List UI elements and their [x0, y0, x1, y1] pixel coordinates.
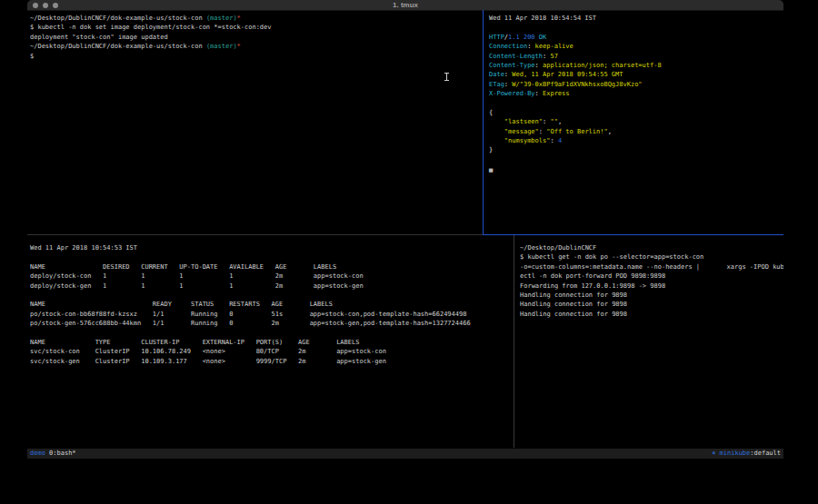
terminal-line: } [489, 145, 783, 154]
text-segment: , [558, 118, 562, 125]
status-left-window-tab[interactable]: demo 0:bash* [30, 449, 76, 459]
text-segment: X-Powered-By [489, 90, 535, 97]
text-segment: $ kubectl -n dok set image deployment/st… [30, 24, 272, 31]
terminal-line: Handling connection for 9898 [520, 291, 783, 300]
terminal-line: ▄ [489, 164, 783, 173]
terminal-line: Content-Type: application/json; charset=… [489, 61, 783, 70]
text-segment: "message" [504, 128, 539, 135]
text-segment: Handling connection for 9898 [520, 301, 627, 308]
terminal-line: NAME DESIRED CURRENT UP-TO-DATE AVAILABL… [30, 262, 514, 272]
text-segment: W/"39-0xBPf9aF1dXVNkhsxoBQgJ8vKzo" [508, 81, 643, 88]
text-segment: Wed, 11 Apr 2018 09:54:55 GMT [508, 71, 623, 78]
text-segment: ~/Desktop/DublinCNCF/dok-example-us/stoc… [30, 15, 206, 22]
terminal-line: Forwarding from 127.0.0.1:9898 -> 9898 [520, 282, 783, 291]
terminal-line: ~/Desktop/DublinCNCF/dok-example-us/stoc… [30, 42, 483, 51]
terminal-line: $ [30, 52, 483, 61]
text-segment: -o=custom-columns=:metadata.name --no-he… [520, 263, 783, 271]
terminal-line: deployment "stock-con" image updated [30, 33, 483, 42]
text-segment: application/json; charset=utf-8 [539, 62, 662, 69]
text-segment: NAME TYPE CLUSTER-IP EXTERNAL-IP PORT(S)… [30, 339, 359, 346]
text-segment [489, 128, 504, 135]
text-segment: Date [489, 71, 504, 78]
text-segment: Content-Type [489, 62, 535, 69]
terminal-line [30, 252, 514, 262]
text-segment: "" [550, 118, 557, 125]
text-segment: deployment "stock-con" image updated [30, 34, 168, 41]
tmux-pane-bottom-right[interactable]: ~/Desktop/DublinCNCF$ kubectl get -n dok… [514, 235, 783, 448]
text-segment: Connection [489, 43, 527, 50]
terminal-line: "lastseen": "", [489, 117, 783, 126]
text-segment: Wed 11 Apr 2018 10:54:54 IST [489, 15, 596, 22]
terminal-line: NAME TYPE CLUSTER-IP EXTERNAL-IP PORT(S)… [30, 338, 514, 347]
text-segment: Content-Length [489, 53, 543, 60]
terminal-line: { [489, 108, 783, 117]
terminal-line: NAME READY STATUS RESTARTS AGE LABELS [30, 300, 514, 309]
window-titlebar[interactable]: 1. tmux [27, 0, 783, 11]
tmux-pane-top-right[interactable]: Wed 11 Apr 2018 10:54:54 IST HTTP/1.1 20… [484, 11, 783, 234]
text-segment: , [608, 128, 612, 135]
text-segment: "Off to Berlin!" [546, 128, 607, 135]
text-segment [489, 137, 504, 144]
text-segment: 57 [546, 53, 558, 60]
terminal-line: "message": "Off to Berlin!", [489, 127, 783, 136]
text-segment: keep-alive [531, 43, 573, 50]
terminal-line: Wed 11 Apr 2018 10:54:54 IST [489, 14, 783, 23]
text-segment: Handling connection for 9898 [520, 292, 627, 299]
text-segment: } [489, 146, 493, 153]
terminal-line: Date: Wed, 11 Apr 2018 09:54:55 GMT [489, 70, 783, 79]
text-segment: Handling connection for 9898 [520, 311, 627, 318]
text-segment: ETag [489, 81, 504, 88]
terminal-line: ectl -n dok port-forward POD 9898:9898 [520, 272, 783, 281]
text-segment: Forwarding from 127.0.0.1:9898 -> 9898 [520, 282, 665, 290]
text-segment: $ [30, 53, 34, 60]
text-segment: ▄ [489, 165, 493, 173]
terminal-line: deploy/stock-con 1 1 1 1 2m app=stock-co… [30, 272, 514, 281]
tmux-pane-bottom-left[interactable]: Wed 11 Apr 2018 10:54:53 IST NAME DESIRE… [27, 235, 514, 448]
status-right-kube-context: ⎈ minikube:default [712, 449, 781, 459]
terminal-line: Handling connection for 9898 [520, 310, 783, 319]
terminal-line: X-Powered-By: Express [489, 89, 783, 98]
terminal-line [489, 155, 783, 164]
text-segment [489, 118, 504, 125]
text-segment: ~/Desktop/DublinCNCF [520, 244, 596, 252]
terminal-line: Content-Length: 57 [489, 52, 783, 61]
text-segment: $ kubectl get -n dok po --selector=app=s… [520, 253, 703, 261]
text-segment: * [237, 15, 241, 22]
terminal-line: svc/stock-gen ClusterIP 10.109.3.177 <no… [30, 357, 514, 366]
text-segment: HTTP [489, 34, 504, 41]
mouse-cursor-ibeam-icon [444, 67, 449, 84]
terminal-line: ETag: W/"39-0xBPf9aF1dXVNkhsxoBQgJ8vKzo" [489, 80, 783, 89]
terminal-window: 1. tmux ~/Desktop/DublinCNCF/dok-example… [27, 0, 783, 464]
terminal-line: svc/stock-con ClusterIP 10.106.78.249 <n… [30, 347, 514, 356]
text-segment: * [237, 43, 241, 50]
text-segment: { [489, 109, 493, 116]
text-segment: ectl -n dok port-forward POD 9898:9898 [520, 272, 665, 280]
text-segment: (master) [206, 15, 237, 22]
text-segment: svc/stock-con ClusterIP 10.106.78.249 <n… [30, 348, 386, 355]
terminal-line: deploy/stock-gen 1 1 1 1 2m app=stock-ge… [30, 282, 514, 291]
terminal-line: Connection: keep-alive [489, 42, 783, 51]
text-segment: po/stock-con-bb68f88fd-kzsxz 1/1 Running… [30, 311, 466, 318]
text-segment: Wed 11 Apr 2018 10:54:53 IST [30, 244, 137, 252]
tmux-pane-top-left[interactable]: ~/Desktop/DublinCNCF/dok-example-us/stoc… [27, 11, 483, 234]
text-segment: ⎈ minikube [712, 450, 750, 457]
text-segment: OK [535, 34, 547, 41]
text-segment: deploy/stock-con 1 1 1 1 2m app=stock-co… [30, 272, 364, 280]
terminal-line: ~/Desktop/DublinCNCF [520, 243, 783, 252]
text-segment: deploy/stock-gen 1 1 1 1 2m app=stock-ge… [30, 282, 364, 290]
text-segment: demo [30, 450, 45, 457]
text-segment: po/stock-gen-576cc688bb-44kmn 1/1 Runnin… [30, 320, 471, 327]
text-segment: 0:bash* [45, 450, 76, 457]
terminal-line: Wed 11 Apr 2018 10:54:53 IST [30, 243, 514, 252]
terminal-line: $ kubectl get -n dok po --selector=app=s… [520, 252, 783, 262]
terminal-line: po/stock-con-bb68f88fd-kzsxz 1/1 Running… [30, 310, 514, 319]
terminal-line: -o=custom-columns=:metadata.name --no-he… [520, 262, 783, 272]
text-segment: NAME READY STATUS RESTARTS AGE LABELS [30, 301, 333, 308]
terminal-line: $ kubectl -n dok set image deployment/st… [30, 23, 483, 32]
terminal-line [489, 99, 783, 108]
terminal-line [489, 23, 783, 32]
terminal-line: Handling connection for 9898 [520, 300, 783, 309]
text-segment: "numsymbols" [504, 137, 551, 144]
terminal-line: po/stock-gen-576cc688bb-44kmn 1/1 Runnin… [30, 319, 514, 328]
text-segment: :default [750, 450, 781, 457]
